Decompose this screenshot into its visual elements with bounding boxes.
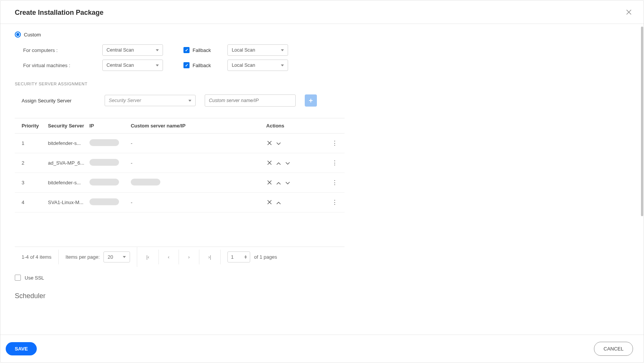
table-row: 4 SVA1-Linux-M... - ⋮ [15,193,345,212]
cell-custom: - [131,200,266,205]
plus-icon: + [309,97,313,105]
cell-priority: 1 [22,140,48,146]
checkbox-icon: ✓ [183,47,190,53]
cancel-button[interactable]: CANCEL [594,342,633,356]
chevron-down-icon[interactable] [284,160,291,166]
th-priority: Priority [22,123,48,129]
page-next-button[interactable]: › [186,254,192,260]
caret-down-icon [123,256,126,258]
page-prev-button[interactable]: ‹ [166,254,172,260]
cell-actions [266,140,319,146]
cell-ip [89,198,131,206]
cell-custom: - [131,160,266,166]
add-server-button[interactable]: + [305,94,317,107]
radio-custom[interactable]: Custom [15,31,629,38]
checkbox-icon: ✓ [183,62,190,68]
scan-row-computers: For computers : Central Scan ✓ Fallback … [23,44,629,56]
scan-row-vms: For virtual machines : Central Scan ✓ Fa… [23,60,629,71]
th-custom: Custom server name/IP [131,123,266,129]
dropdown-security-server[interactable]: Security Server [105,95,196,106]
cell-server: SVA1-Linux-M... [48,200,89,205]
cell-ip [89,179,131,187]
checkbox-icon [15,275,21,281]
save-button[interactable]: SAVE [6,342,37,355]
close-icon[interactable] [625,7,633,18]
cell-ip [89,139,131,147]
chevron-up-icon[interactable] [275,180,282,186]
dropdown-vms-scan[interactable]: Central Scan [102,60,163,71]
section-scheduler-title: Scheduler [15,292,629,300]
dialog-body: Custom For computers : Central Scan ✓ Fa… [0,24,644,335]
chevron-down-icon[interactable] [275,140,282,146]
kebab-icon[interactable]: ⋮ [332,199,338,206]
th-server: Security Server [48,123,89,129]
dropdown-computers-fallback[interactable]: Local Scan [227,44,288,56]
page-last-button[interactable]: ›| [206,254,214,260]
section-heading-assignment: SECURITY SERVER ASSIGNMENT [15,82,629,86]
page-input-wrap: 1 of 1 pages [221,247,284,267]
assign-row: Assign Security Server Security Server + [22,94,629,107]
scrollbar[interactable] [641,27,643,216]
page-number-input[interactable]: 1 [227,251,250,262]
cell-priority: 4 [22,200,48,205]
table-row: 3 bitdefender-s... ⋮ [15,173,345,193]
close-icon[interactable] [266,140,273,146]
checkbox-vms-fallback[interactable]: ✓ Fallback [183,62,211,68]
dialog-footer: SAVE CANCEL [0,335,644,363]
security-server-table: Priority Security Server IP Custom serve… [15,118,345,212]
dropdown-computers-scan[interactable]: Central Scan [102,44,163,56]
caret-down-icon [188,100,191,102]
scan-vms-label: For virtual machines : [23,63,97,68]
checkbox-use-ssl[interactable]: Use SSL [15,275,629,281]
dropdown-vms-fallback[interactable]: Local Scan [227,60,288,71]
pagination-ipp: Items per page: 20 [59,247,137,267]
dialog-header: Create Installation Package [0,0,644,24]
th-actions: Actions [266,123,319,129]
chevron-down-icon[interactable] [284,180,291,186]
kebab-icon[interactable]: ⋮ [332,179,338,186]
pagination: 1-4 of 4 items Items per page: 20 |‹ ‹ ›… [15,247,345,267]
caret-down-icon [156,49,159,51]
chevron-up-icon[interactable] [275,200,282,206]
pagination-summary: 1-4 of 4 items [15,250,59,264]
spinner-down-icon[interactable] [244,257,247,259]
close-icon[interactable] [266,180,273,186]
cell-actions [266,200,319,206]
assign-label: Assign Security Server [22,98,96,104]
cell-priority: 3 [22,180,48,185]
dropdown-items-per-page[interactable]: 20 [103,251,130,262]
chevron-up-icon[interactable] [275,160,282,166]
cell-ip [89,159,131,167]
cell-server: ad_SVA-MP_6... [48,160,89,166]
caret-down-icon [281,64,284,66]
table-row: 1 bitdefender-s... - ⋮ [15,134,345,153]
caret-down-icon [156,64,159,66]
checkbox-computers-fallback[interactable]: ✓ Fallback [183,47,211,53]
radio-custom-label: Custom [24,32,41,38]
input-custom-server[interactable] [205,94,296,107]
spinner-up-icon[interactable] [244,255,247,257]
table-row: 2 ad_SVA-MP_6... - ⋮ [15,153,345,173]
page-first-button[interactable]: |‹ [144,254,152,260]
kebab-icon[interactable]: ⋮ [332,140,338,147]
cell-server: bitdefender-s... [48,180,89,185]
cell-actions [266,160,319,166]
table-header: Priority Security Server IP Custom serve… [15,118,345,134]
dialog-create-installation-package: Create Installation Package Custom For c… [0,0,644,363]
kebab-icon[interactable]: ⋮ [332,159,338,167]
caret-down-icon [281,49,284,51]
dialog-title: Create Installation Package [15,9,103,17]
cell-custom [131,179,266,187]
cell-priority: 2 [22,160,48,166]
close-icon[interactable] [266,160,273,166]
scan-section: For computers : Central Scan ✓ Fallback … [23,44,629,71]
th-ip: IP [89,123,131,129]
radio-icon [15,31,21,38]
cell-custom: - [131,140,266,146]
scan-computers-label: For computers : [23,47,97,53]
close-icon[interactable] [266,200,273,206]
cell-server: bitdefender-s... [48,140,89,146]
cell-actions [266,180,319,186]
